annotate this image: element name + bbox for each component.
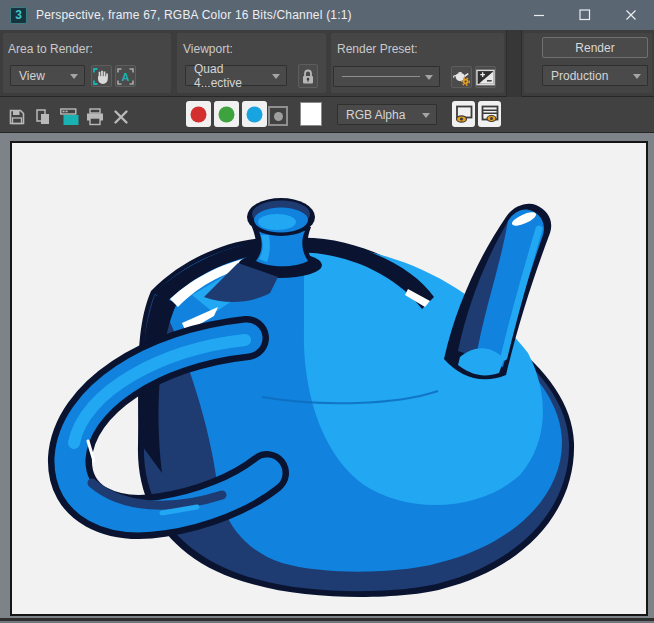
blue-channel-button[interactable] [242,101,267,127]
chevron-down-icon [425,75,433,80]
toggle-ui-overlays-button[interactable] [452,101,475,127]
window-title: Perspective, frame 67, RGBA Color 16 Bit… [36,8,352,22]
canvas-frame [0,133,654,618]
auto-region-icon: A [116,67,135,86]
print-image-button[interactable] [84,106,106,128]
rendered-image [10,141,648,616]
render-setup-teapot-icon [452,68,471,87]
blue-channel-icon [246,106,263,123]
maximize-button[interactable] [562,0,608,30]
close-button[interactable] [608,0,654,30]
teapot-render [12,143,646,614]
toolbar-separator [506,30,522,97]
red-channel-button[interactable] [186,101,211,127]
red-channel-icon [190,106,207,123]
render-preset-label: Render Preset: [337,42,418,56]
area-to-render-dropdown[interactable]: View [10,65,85,86]
monochrome-channel-button[interactable] [268,106,288,126]
rendered-frame-window: 3 Perspective, frame 67, RGBA Color 16 B… [0,0,654,623]
background-color-swatch[interactable] [300,102,322,126]
green-channel-button[interactable] [214,101,239,127]
lock-icon [301,68,315,85]
minimize-button[interactable] [516,0,562,30]
area-to-render-value: View [19,69,45,83]
toolbar-row-2: RGB Alpha [0,97,654,133]
titlebar: 3 Perspective, frame 67, RGBA Color 16 B… [0,0,654,30]
chevron-down-icon [422,113,430,118]
close-icon [625,9,637,21]
empty-preset-line [342,76,420,77]
display-channel-dropdown[interactable]: RGB Alpha [337,104,437,125]
render-setup-button[interactable] [451,66,472,88]
chevron-down-icon [633,74,641,79]
window-bottom-edge [0,618,654,623]
copy-icon [34,108,52,126]
clone-rendered-frame-button[interactable] [58,106,80,128]
green-channel-icon [218,106,235,123]
render-button-label: Render [575,41,614,55]
render-mode-dropdown[interactable]: Production [542,65,648,86]
exposure-control-icon [476,69,495,86]
toggle-ui-icon [480,104,500,124]
render-mode-value: Production [551,69,608,83]
toolbar-row-1: Area to Render: View A Viewport: Quad 4.… [0,30,654,97]
viewport-label: Viewport: [183,42,233,56]
clear-image-button[interactable] [110,106,132,128]
monochrome-icon [274,112,283,121]
copy-image-button[interactable] [32,106,54,128]
viewport-value: Quad 4...ective [194,62,268,90]
save-icon [8,108,26,126]
auto-region-button[interactable]: A [115,65,136,87]
environment-exposure-button[interactable] [475,66,496,88]
save-image-button[interactable] [6,106,28,128]
chevron-down-icon [70,74,78,79]
toggle-ui-button[interactable] [478,101,501,127]
chevron-down-icon [272,74,280,79]
edit-region-button[interactable] [91,65,112,87]
teapot-knob-cap-highlight [258,214,296,230]
viewport-lock-button[interactable] [298,64,318,88]
display-channel-value: RGB Alpha [346,108,405,122]
svg-text:A: A [122,70,130,82]
3dsmax-app-icon: 3 [10,7,27,24]
toggle-overlays-icon [454,104,474,124]
render-button[interactable]: Render [542,37,648,58]
app-icon-glyph: 3 [15,8,22,22]
minimize-icon [533,9,545,21]
clone-window-icon [60,108,79,126]
viewport-dropdown[interactable]: Quad 4...ective [185,65,287,86]
render-preset-dropdown[interactable] [333,66,440,87]
clear-x-icon [112,108,130,126]
edit-region-hand-icon [92,67,111,86]
area-to-render-label: Area to Render: [8,42,93,56]
maximize-icon [579,9,591,21]
window-controls [516,0,654,30]
print-icon [85,108,105,126]
